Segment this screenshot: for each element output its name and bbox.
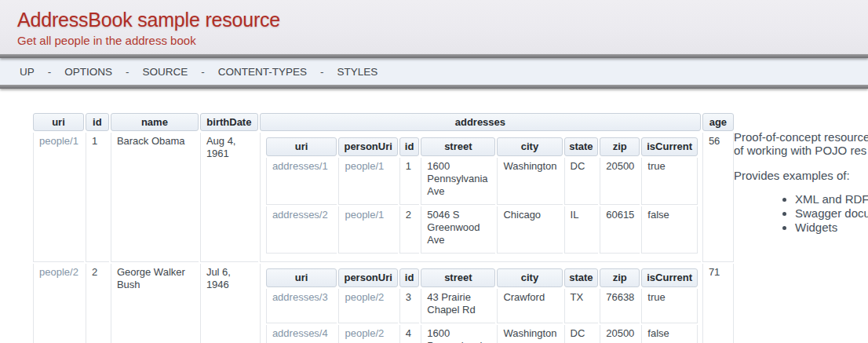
address-row: addresses/1 people/1 1 1600 Pennsylvania…: [266, 158, 698, 205]
cell-addr-personuri: people/1: [338, 206, 397, 254]
addr-col-iscurrent: isCurrent: [641, 268, 698, 287]
addr-col-id: id: [399, 137, 419, 156]
person-uri-link[interactable]: people/1: [39, 135, 78, 147]
cell-addr-iscurrent: true: [641, 289, 698, 323]
page-title: AddressBook sample resource: [17, 9, 868, 31]
cell-addr-street: 5046 S Greenwood Ave: [421, 206, 495, 254]
nav-divider: [0, 85, 868, 89]
cell-person-uri: people/2: [33, 264, 84, 343]
nav-separator: -: [320, 66, 324, 78]
cell-person-birthdate: Jul 6, 1946: [200, 264, 258, 343]
cell-person-id: 1: [86, 133, 109, 262]
cell-person-addresses: uri personUri id street city state zip i…: [260, 133, 701, 262]
people-table: uri id name birthDate addresses age peop…: [31, 111, 735, 343]
addr-col-city: city: [497, 137, 562, 156]
col-header-age: age: [702, 113, 734, 131]
cell-addr-zip: 60615: [600, 206, 640, 254]
sidebar-example-item: Widgets: [795, 221, 868, 234]
addresses-table: uri personUri id street city state zip i…: [264, 267, 699, 343]
people-table-header-row: uri id name birthDate addresses age: [33, 113, 734, 131]
addresses-header-row: uri personUri id street city state zip i…: [266, 137, 698, 156]
address-personuri-link[interactable]: people/1: [345, 209, 384, 221]
cell-addr-state: TX: [564, 289, 599, 323]
address-uri-link[interactable]: addresses/3: [272, 291, 328, 303]
addr-col-zip: zip: [600, 137, 640, 156]
cell-addr-id: 4: [399, 325, 419, 343]
addr-col-personuri: personUri: [338, 137, 397, 156]
sidebar-intro-line: Proof-of-concept resource: [734, 130, 868, 144]
address-uri-link[interactable]: addresses/1: [272, 160, 328, 172]
cell-addr-iscurrent: false: [641, 206, 698, 254]
person-uri-link[interactable]: people/2: [39, 266, 78, 278]
content: uri id name birthDate addresses age peop…: [0, 111, 868, 343]
nav-item-styles[interactable]: STYLES: [337, 66, 378, 78]
sidebar: Proof-of-concept resource of working wit…: [734, 130, 868, 235]
cell-person-name: George Walker Bush: [111, 264, 199, 343]
nav-separator: -: [48, 66, 52, 78]
col-header-addresses: addresses: [260, 113, 701, 131]
sidebar-example-item: Swagger documentation: [795, 206, 868, 220]
nav-item-options[interactable]: OPTIONS: [64, 66, 112, 78]
page-header: AddressBook sample resource Get all peop…: [0, 0, 868, 54]
nav-item-content-types[interactable]: CONTENT-TYPES: [218, 66, 307, 78]
addr-col-iscurrent: isCurrent: [641, 137, 698, 156]
col-header-id: id: [86, 113, 109, 131]
addr-col-id: id: [399, 268, 419, 287]
addr-col-uri: uri: [266, 268, 337, 287]
col-header-uri: uri: [33, 113, 84, 131]
cell-addr-city: Chicago: [497, 206, 562, 254]
cell-addr-state: DC: [564, 325, 599, 343]
cell-addr-zip: 20500: [600, 158, 640, 205]
cell-addr-street: 1600 Pennsylvania Ave: [421, 325, 495, 343]
cell-addr-uri: addresses/1: [266, 158, 337, 205]
address-personuri-link[interactable]: people/2: [345, 291, 384, 303]
cell-addr-iscurrent: true: [641, 158, 698, 205]
person-row: people/1 1 Barack Obama Aug 4, 1961 uri: [33, 133, 734, 262]
cell-person-birthdate: Aug 4, 1961: [200, 133, 258, 262]
nav-separator: -: [126, 66, 129, 78]
address-personuri-link[interactable]: people/2: [345, 327, 384, 339]
cell-person-age: 56: [702, 133, 734, 262]
cell-addr-street: 43 Prairie Chapel Rd: [421, 289, 495, 323]
addr-col-state: state: [564, 137, 599, 156]
nav-item-up[interactable]: UP: [20, 66, 35, 78]
cell-addr-street: 1600 Pennsylvania Ave: [421, 158, 495, 205]
cell-person-age: 71: [702, 264, 734, 343]
cell-addr-state: DC: [564, 158, 599, 205]
address-uri-link[interactable]: addresses/2: [272, 209, 328, 221]
addr-col-state: state: [564, 268, 599, 287]
person-row: people/2 2 George Walker Bush Jul 6, 194…: [33, 264, 734, 343]
addresses-header-row: uri personUri id street city state zip i…: [266, 268, 698, 287]
cell-addr-city: Crawford: [497, 289, 562, 323]
cell-person-id: 2: [86, 264, 109, 343]
cell-person-name: Barack Obama: [111, 133, 199, 262]
address-uri-link[interactable]: addresses/4: [272, 327, 328, 339]
cell-person-uri: people/1: [33, 133, 84, 262]
addr-col-city: city: [497, 268, 562, 287]
cell-addr-iscurrent: false: [641, 325, 698, 343]
address-personuri-link[interactable]: people/1: [345, 160, 384, 172]
cell-addr-uri: addresses/4: [266, 325, 337, 343]
cell-addr-zip: 20500: [600, 325, 640, 343]
sidebar-examples-heading: Provides examples of:: [734, 169, 868, 182]
sidebar-intro-line: of working with POJO res: [734, 144, 868, 157]
cell-person-addresses: uri personUri id street city state zip i…: [260, 264, 701, 343]
nav-bar: UP - OPTIONS - SOURCE - CONTENT-TYPES - …: [0, 58, 868, 85]
cell-addr-id: 1: [399, 158, 419, 205]
cell-addr-personuri: people/1: [338, 158, 397, 205]
nav-separator: -: [201, 66, 205, 78]
addr-col-personuri: personUri: [338, 268, 397, 287]
col-header-birthdate: birthDate: [200, 113, 258, 131]
col-header-name: name: [111, 113, 199, 131]
cell-addr-id: 2: [399, 206, 419, 254]
cell-addr-city: Washington: [497, 158, 562, 205]
sidebar-examples-list: XML and RDF namespaces Swagger documenta…: [734, 192, 868, 234]
cell-addr-city: Washington: [497, 325, 562, 343]
nav-item-source[interactable]: SOURCE: [143, 66, 188, 78]
cell-addr-uri: addresses/3: [266, 289, 337, 323]
cell-addr-state: IL: [564, 206, 599, 254]
addr-col-uri: uri: [266, 137, 337, 156]
addresses-table: uri personUri id street city state zip i…: [264, 136, 699, 255]
cell-addr-personuri: people/2: [338, 289, 397, 323]
header-divider: [0, 54, 868, 58]
